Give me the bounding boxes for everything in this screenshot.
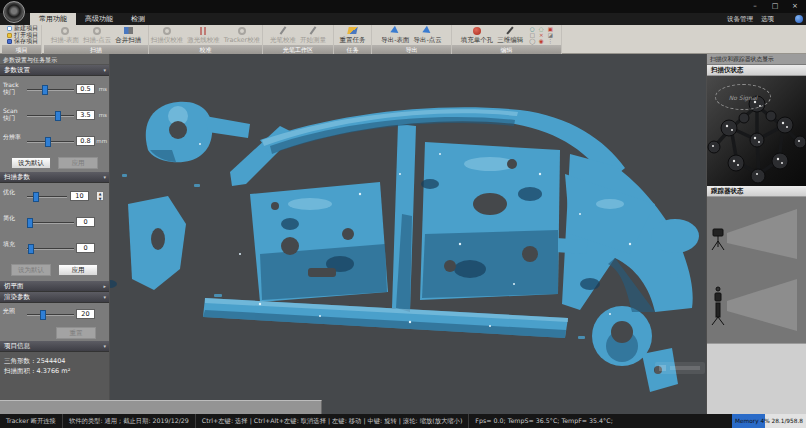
resolution-value[interactable]: 0.8 — [76, 136, 95, 146]
start-measure-button[interactable]: 开始测量 — [298, 25, 328, 45]
slider-thumb[interactable] — [40, 310, 46, 320]
menu-device-management[interactable]: 设备管理 — [727, 15, 753, 24]
section-header-project-info[interactable]: 项目信息▾ — [0, 341, 109, 352]
export-surface-button[interactable]: 导出-表面 — [379, 25, 411, 45]
edit-3d-icon — [507, 26, 514, 34]
scanner-status-header[interactable]: 扫描仪状态 — [707, 65, 806, 76]
scan-shutter-slider[interactable] — [27, 115, 74, 117]
slider-thumb[interactable] — [33, 192, 39, 202]
help-icon[interactable] — [795, 15, 803, 23]
scan-pointcloud-button[interactable]: 扫描-点云 — [81, 25, 113, 45]
section-header-render-params[interactable]: 渲染参数▾ — [0, 292, 109, 303]
collapse-arrow-icon: ▾ — [103, 65, 106, 76]
export-surface-icon — [390, 25, 400, 36]
slider-thumb[interactable] — [28, 244, 34, 254]
title-bar: – □ × — [0, 0, 806, 13]
ribbon-group-project: 新建项目 打开项目 保存项目 项目 — [2, 25, 42, 54]
app-logo-icon[interactable] — [3, 1, 25, 23]
status-bar: Tracker 断开连接 软件的类型: 通用 ; 截止日期: 2019/12/2… — [0, 414, 806, 428]
car-body-scan — [110, 54, 706, 414]
set-default-button[interactable]: 设为默认 — [11, 264, 51, 276]
tracker-status-header[interactable]: 跟踪器状态 — [707, 186, 806, 197]
set-default-button[interactable]: 设为默认 — [11, 157, 51, 169]
scan-shutter-value[interactable]: 3.5 — [76, 110, 95, 120]
scan-surface-icon — [61, 27, 69, 35]
memory-label: Memory 4% 28.1/958.8 Gb — [732, 414, 806, 428]
maximize-button[interactable]: □ — [766, 1, 784, 12]
window-menu: 设备管理 选项 — [727, 13, 792, 25]
apply-button[interactable]: 应用 — [58, 264, 98, 276]
optimize-slider[interactable] — [27, 196, 67, 198]
collapse-arrow-icon: ▸ — [103, 281, 106, 292]
tab-advanced-functions[interactable]: 高级功能 — [76, 13, 122, 25]
reset-button[interactable]: 重置 — [56, 327, 96, 339]
section-header-parameters[interactable]: 参数设置▾ — [0, 65, 109, 76]
viewport-hint-overlay — [655, 362, 705, 374]
laser-line-icon — [200, 27, 208, 35]
edit-3d-button[interactable]: 三维编辑 — [495, 25, 525, 45]
minimize-button[interactable]: – — [746, 1, 764, 12]
scanner-status-view: No Signal — [707, 76, 806, 186]
parameter-panel: 参数设置与任务显示 参数设置▾ Track 快门 0.5 ms Scan 快门 … — [0, 54, 110, 400]
resolution-slider[interactable] — [27, 141, 74, 143]
track-shutter-row: Track 快门 0.5 ms — [0, 76, 109, 102]
reset-task-button[interactable]: 重置任务 — [338, 25, 368, 45]
more-tools-icon[interactable]: ⋮ — [546, 38, 554, 44]
section-header-scan-params[interactable]: 扫描参数▾ — [0, 172, 109, 183]
fill-slider[interactable] — [27, 248, 74, 250]
scan-area-row: 扫描面积：4.3766 m² — [4, 366, 105, 376]
export-pointcloud-icon — [423, 25, 433, 36]
collapse-arrow-icon: ▾ — [103, 292, 106, 303]
fill-value[interactable]: 0 — [76, 243, 95, 253]
merge-scan-icon — [124, 27, 133, 34]
merge-scan-button[interactable]: 合并扫描 — [113, 25, 143, 45]
scan-pointcloud-icon — [93, 27, 101, 35]
slider-thumb[interactable] — [42, 85, 48, 95]
tab-inspection[interactable]: 检测 — [122, 13, 154, 25]
viewport-3d[interactable] — [110, 54, 706, 414]
triangle-count-value: 2544404 — [37, 357, 66, 365]
optimize-spinner[interactable]: ▲▼ — [96, 191, 104, 201]
slider-thumb[interactable] — [45, 137, 51, 147]
point-select-icon[interactable]: ◉ — [537, 38, 545, 44]
optimize-value[interactable]: 10 — [70, 191, 89, 201]
no-signal-badge: No Signal — [715, 84, 771, 110]
circle-select-icon[interactable]: ◯ — [528, 38, 536, 44]
stylus-icon — [280, 26, 287, 35]
ribbon: 新建项目 打开项目 保存项目 项目 扫描-表面 扫描-点云 合并扫描 扫描 扫描… — [0, 25, 806, 54]
simplify-slider[interactable] — [27, 222, 74, 224]
ribbon-group-task: 重置任务 任务 — [334, 25, 372, 54]
edit-tool-grid: ○ ◌ ▣ □ × ◪ ◯ ◉ ⋮ — [528, 26, 554, 44]
track-shutter-value[interactable]: 0.5 — [76, 84, 95, 94]
section-header-clip-plane[interactable]: 切平面▸ — [0, 281, 109, 292]
collapse-arrow-icon: ▾ — [103, 172, 106, 183]
scan-param-buttons: 设为默认 应用 — [0, 261, 109, 279]
fill-single-hole-button[interactable]: 填充单个孔 — [459, 25, 496, 45]
scan-surface-button[interactable]: 扫描-表面 — [49, 25, 81, 45]
apply-button[interactable]: 应用 — [58, 157, 98, 169]
save-project-button[interactable]: 保存项目 — [7, 38, 38, 45]
scanner-calibration-icon — [163, 27, 171, 35]
lighting-value[interactable]: 20 — [76, 309, 95, 319]
lighting-slider[interactable] — [27, 314, 74, 316]
parameter-panel-title: 参数设置与任务显示 — [0, 54, 109, 65]
triangle-count-row: 三角形数：2544404 — [4, 356, 105, 366]
scanner-calibration-button[interactable]: 扫描仪校准 — [149, 25, 186, 45]
simplify-value[interactable]: 0 — [76, 217, 95, 227]
slider-thumb[interactable] — [55, 111, 61, 121]
scan-area-value: 4.3766 m² — [37, 367, 71, 375]
close-button[interactable]: × — [786, 1, 804, 12]
fill-row: 填充 0 — [0, 235, 109, 261]
track-shutter-slider[interactable] — [27, 89, 74, 91]
fill-hole-icon — [473, 27, 481, 35]
menu-options[interactable]: 选项 — [761, 15, 774, 24]
tab-common-functions[interactable]: 常用功能 — [30, 13, 76, 25]
slider-thumb[interactable] — [27, 218, 33, 228]
tracker-calibration-button[interactable]: Tracker校准 — [222, 25, 262, 45]
device-status-panel: 扫描仪和跟踪器状态显示 扫描仪状态 No Signal — [706, 54, 806, 414]
simplify-row: 简化 0 — [0, 209, 109, 235]
stylus-calibration-button[interactable]: 光笔校准 — [268, 25, 298, 45]
laser-line-calibration-button[interactable]: 激光线校准 — [185, 25, 222, 45]
resolution-row: 分辨率 0.8 mm — [0, 128, 109, 154]
export-pointcloud-button[interactable]: 导出-点云 — [412, 25, 444, 45]
